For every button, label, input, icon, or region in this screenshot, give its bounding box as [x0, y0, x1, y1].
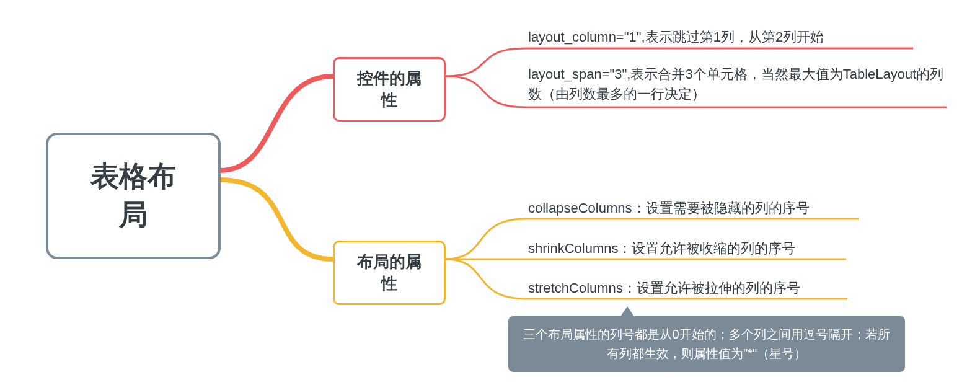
leaf-layout-column[interactable]: layout_column="1",表示跳过第1列，从第2列开始 [528, 27, 824, 47]
note-callout[interactable]: 三个布局属性的列号都是从0开始的；多个列之间用逗号隔开；若所有列都生效，则属性值… [508, 316, 905, 372]
root-title: 表格布局 [90, 160, 176, 231]
root-node[interactable]: 表格布局 [46, 133, 221, 259]
note-text: 三个布局属性的列号都是从0开始的；多个列之间用逗号隔开；若所有列都生效，则属性值… [523, 327, 890, 360]
branch-label: 控件的属性 [357, 69, 422, 109]
leaf-shrink-columns[interactable]: shrinkColumns：设置允许被收缩的列的序号 [528, 239, 796, 259]
branch-node-layout[interactable]: 布局的属性 [333, 241, 446, 305]
branch-label: 布局的属性 [357, 252, 422, 293]
leaf-collapse-columns[interactable]: collapseColumns：设置需要被隐藏的列的序号 [528, 198, 810, 218]
leaf-stretch-columns[interactable]: stretchColumns：设置允许被拉伸的列的序号 [528, 278, 800, 298]
mindmap-canvas: { "colors": { "root_border": "#7b8a97", … [0, 0, 980, 385]
leaf-layout-span[interactable]: layout_span="3",表示合并3个单元格，当然最大值为TableLay… [528, 64, 950, 104]
branch-node-controls[interactable]: 控件的属性 [333, 57, 446, 122]
